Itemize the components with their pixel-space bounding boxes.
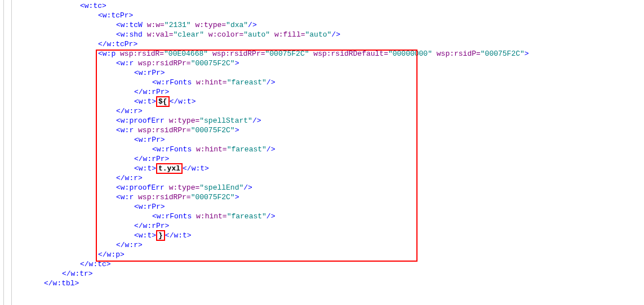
gutter — [0, 0, 12, 288]
code-line: <w:rPr> — [17, 68, 644, 78]
code-line: <w:t>t.yxl</w:t> — [17, 164, 644, 173]
code-line: </w:rPr> — [17, 221, 644, 231]
code-line: <w:t>${</w:t> — [17, 97, 644, 106]
highlight-box-3: } — [156, 230, 165, 241]
code-line: <w:rFonts w:hint="fareast"/> — [17, 145, 644, 154]
code-line: <w:t>}</w:t> — [17, 231, 644, 240]
code-line: <w:shd w:val="clear" w:color="auto" w:fi… — [17, 30, 644, 39]
code-line: </w:rPr> — [17, 87, 644, 97]
code-line: </w:p> — [17, 250, 644, 259]
code-line: <w:r wsp:rsidRPr="00075F2C"> — [17, 125, 644, 135]
highlight-box-2: t.yxl — [156, 163, 183, 174]
code-line: </w:tcPr> — [17, 39, 644, 49]
code-line: </w:r> — [17, 173, 644, 183]
code-line: <w:rPr> — [17, 135, 644, 145]
code-line: </w:rPr> — [17, 154, 644, 164]
code-area[interactable]: <w:tc> <w:tcPr> <w:tcW w:w="2131" w:type… — [0, 0, 644, 288]
code-line: <w:r wsp:rsidRPr="00075F2C"> — [17, 192, 644, 202]
code-line: </w:r> — [17, 106, 644, 116]
code-line: </w:r> — [17, 240, 644, 250]
code-line: <w:tcW w:w="2131" w:type="dxa"/> — [17, 20, 644, 30]
code-line: <w:rPr> — [17, 202, 644, 212]
code-line: <w:proofErr w:type="spellStart"/> — [17, 116, 644, 125]
code-line: </w:tbl> — [17, 279, 644, 288]
code-line: <w:proofErr w:type="spellEnd"/> — [17, 183, 644, 192]
code-line: <w:tcPr> — [17, 11, 644, 20]
code-line: <w:rFonts w:hint="fareast"/> — [17, 212, 644, 221]
code-line: <w:rFonts w:hint="fareast"/> — [17, 78, 644, 87]
code-line: </w:tr> — [17, 269, 644, 279]
code-line: </w:tc> — [17, 259, 644, 269]
code-line: <w:p wsp:rsidR="00E04668" wsp:rsidRPr="0… — [17, 49, 644, 59]
code-line: <w:r wsp:rsidRPr="00075F2C"> — [17, 59, 644, 68]
code-line: <w:tc> — [17, 1, 644, 11]
highlight-box-1: ${ — [156, 96, 170, 107]
